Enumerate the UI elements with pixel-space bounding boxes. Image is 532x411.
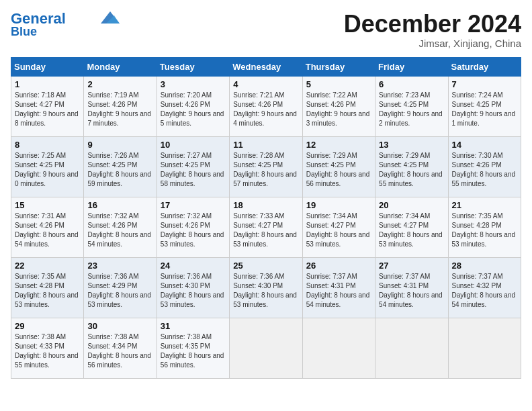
logo-icon: [101, 11, 120, 24]
day-number: 14: [452, 140, 517, 150]
day-number: 9: [87, 140, 152, 150]
day-cell: 6Sunrise: 7:23 AMSunset: 4:25 PMDaylight…: [375, 76, 448, 136]
day-cell: 19Sunrise: 7:34 AMSunset: 4:27 PMDayligh…: [302, 197, 375, 257]
month-title: December 2024: [344, 11, 521, 38]
day-detail: Sunrise: 7:34 AMSunset: 4:27 PMDaylight:…: [306, 212, 370, 248]
weekday-header-friday: Friday: [375, 57, 448, 76]
day-number: 18: [233, 200, 298, 210]
day-number: 27: [379, 261, 444, 271]
day-number: 17: [161, 200, 226, 210]
day-cell: 3Sunrise: 7:20 AMSunset: 4:26 PMDaylight…: [157, 76, 229, 136]
week-row-5: 29Sunrise: 7:38 AMSunset: 4:33 PMDayligh…: [11, 318, 521, 378]
day-detail: Sunrise: 7:35 AMSunset: 4:28 PMDaylight:…: [452, 212, 516, 248]
day-detail: Sunrise: 7:37 AMSunset: 4:31 PMDaylight:…: [306, 273, 370, 308]
day-number: 20: [379, 200, 444, 210]
day-detail: Sunrise: 7:31 AMSunset: 4:26 PMDaylight:…: [15, 212, 79, 248]
day-detail: Sunrise: 7:32 AMSunset: 4:26 PMDaylight:…: [87, 212, 151, 248]
week-row-3: 15Sunrise: 7:31 AMSunset: 4:26 PMDayligh…: [11, 197, 521, 257]
day-detail: Sunrise: 7:23 AMSunset: 4:25 PMDaylight:…: [379, 91, 443, 127]
day-number: 26: [306, 261, 371, 271]
day-number: 25: [233, 261, 298, 271]
week-row-1: 1Sunrise: 7:18 AMSunset: 4:27 PMDaylight…: [11, 76, 521, 136]
day-detail: Sunrise: 7:28 AMSunset: 4:25 PMDaylight:…: [233, 152, 297, 187]
day-number: 16: [87, 200, 152, 210]
day-cell: 9Sunrise: 7:26 AMSunset: 4:25 PMDaylight…: [84, 136, 157, 197]
calendar-body: 1Sunrise: 7:18 AMSunset: 4:27 PMDaylight…: [11, 76, 521, 378]
day-cell: 4Sunrise: 7:21 AMSunset: 4:26 PMDaylight…: [230, 76, 302, 136]
day-number: 28: [452, 261, 517, 271]
logo: General Blue: [11, 11, 120, 39]
day-number: 7: [452, 79, 517, 89]
day-detail: Sunrise: 7:37 AMSunset: 4:32 PMDaylight:…: [452, 273, 516, 308]
weekday-header-row: SundayMondayTuesdayWednesdayThursdayFrid…: [11, 57, 521, 76]
day-cell: 15Sunrise: 7:31 AMSunset: 4:26 PMDayligh…: [11, 197, 84, 257]
day-detail: Sunrise: 7:30 AMSunset: 4:26 PMDaylight:…: [452, 152, 516, 187]
title-section: December 2024 Jimsar, Xinjiang, China: [344, 11, 521, 49]
calendar-table: SundayMondayTuesdayWednesdayThursdayFrid…: [11, 57, 521, 379]
day-number: 21: [452, 200, 517, 210]
weekday-header-thursday: Thursday: [302, 57, 375, 76]
day-number: 1: [15, 79, 80, 89]
day-detail: Sunrise: 7:33 AMSunset: 4:27 PMDaylight:…: [233, 212, 297, 248]
weekday-header-saturday: Saturday: [448, 57, 521, 76]
day-detail: Sunrise: 7:36 AMSunset: 4:30 PMDaylight:…: [233, 273, 297, 308]
day-number: 10: [161, 140, 226, 150]
day-number: 6: [379, 79, 444, 89]
day-cell: 21Sunrise: 7:35 AMSunset: 4:28 PMDayligh…: [448, 197, 521, 257]
day-cell: [375, 318, 448, 378]
day-detail: Sunrise: 7:37 AMSunset: 4:31 PMDaylight:…: [379, 273, 443, 308]
day-number: 31: [161, 321, 226, 331]
day-detail: Sunrise: 7:36 AMSunset: 4:30 PMDaylight:…: [161, 273, 224, 308]
day-cell: 26Sunrise: 7:37 AMSunset: 4:31 PMDayligh…: [302, 257, 375, 318]
day-detail: Sunrise: 7:38 AMSunset: 4:33 PMDaylight:…: [15, 333, 79, 369]
day-number: 12: [306, 140, 371, 150]
day-cell: 14Sunrise: 7:30 AMSunset: 4:26 PMDayligh…: [448, 136, 521, 197]
day-number: 30: [87, 321, 152, 331]
day-number: 19: [306, 200, 371, 210]
day-detail: Sunrise: 7:27 AMSunset: 4:25 PMDaylight:…: [161, 152, 224, 187]
week-row-4: 22Sunrise: 7:35 AMSunset: 4:28 PMDayligh…: [11, 257, 521, 318]
day-cell: 11Sunrise: 7:28 AMSunset: 4:25 PMDayligh…: [230, 136, 302, 197]
day-cell: 23Sunrise: 7:36 AMSunset: 4:29 PMDayligh…: [84, 257, 157, 318]
day-detail: Sunrise: 7:34 AMSunset: 4:27 PMDaylight:…: [379, 212, 443, 248]
page-header: General Blue December 2024 Jimsar, Xinji…: [11, 11, 521, 49]
day-cell: 18Sunrise: 7:33 AMSunset: 4:27 PMDayligh…: [230, 197, 302, 257]
day-cell: 29Sunrise: 7:38 AMSunset: 4:33 PMDayligh…: [11, 318, 84, 378]
day-detail: Sunrise: 7:26 AMSunset: 4:25 PMDaylight:…: [87, 152, 151, 187]
day-cell: 12Sunrise: 7:29 AMSunset: 4:25 PMDayligh…: [302, 136, 375, 197]
day-cell: 8Sunrise: 7:25 AMSunset: 4:25 PMDaylight…: [11, 136, 84, 197]
week-row-2: 8Sunrise: 7:25 AMSunset: 4:25 PMDaylight…: [11, 136, 521, 197]
day-cell: 17Sunrise: 7:32 AMSunset: 4:26 PMDayligh…: [157, 197, 229, 257]
day-detail: Sunrise: 7:29 AMSunset: 4:25 PMDaylight:…: [379, 152, 443, 187]
day-detail: Sunrise: 7:25 AMSunset: 4:25 PMDaylight:…: [15, 152, 79, 187]
day-cell: [302, 318, 375, 378]
day-number: 23: [87, 261, 152, 271]
day-cell: 10Sunrise: 7:27 AMSunset: 4:25 PMDayligh…: [157, 136, 229, 197]
day-cell: 25Sunrise: 7:36 AMSunset: 4:30 PMDayligh…: [230, 257, 302, 318]
day-cell: [230, 318, 302, 378]
day-detail: Sunrise: 7:20 AMSunset: 4:26 PMDaylight:…: [161, 91, 224, 127]
day-detail: Sunrise: 7:36 AMSunset: 4:29 PMDaylight:…: [87, 273, 151, 308]
day-cell: 31Sunrise: 7:38 AMSunset: 4:35 PMDayligh…: [157, 318, 229, 378]
logo-blue: Blue: [11, 26, 37, 39]
weekday-header-wednesday: Wednesday: [230, 57, 302, 76]
day-cell: 13Sunrise: 7:29 AMSunset: 4:25 PMDayligh…: [375, 136, 448, 197]
day-detail: Sunrise: 7:29 AMSunset: 4:25 PMDaylight:…: [306, 152, 370, 187]
day-detail: Sunrise: 7:22 AMSunset: 4:26 PMDaylight:…: [306, 91, 370, 127]
day-detail: Sunrise: 7:24 AMSunset: 4:25 PMDaylight:…: [452, 91, 516, 127]
weekday-header-sunday: Sunday: [11, 57, 84, 76]
weekday-header-monday: Monday: [84, 57, 157, 76]
day-number: 29: [15, 321, 80, 331]
day-number: 24: [161, 261, 226, 271]
day-cell: 5Sunrise: 7:22 AMSunset: 4:26 PMDaylight…: [302, 76, 375, 136]
day-number: 3: [161, 79, 226, 89]
day-number: 15: [15, 200, 80, 210]
day-cell: 7Sunrise: 7:24 AMSunset: 4:25 PMDaylight…: [448, 76, 521, 136]
day-detail: Sunrise: 7:18 AMSunset: 4:27 PMDaylight:…: [15, 91, 79, 127]
day-cell: [448, 318, 521, 378]
day-detail: Sunrise: 7:38 AMSunset: 4:34 PMDaylight:…: [87, 333, 151, 369]
day-cell: 24Sunrise: 7:36 AMSunset: 4:30 PMDayligh…: [157, 257, 229, 318]
day-detail: Sunrise: 7:35 AMSunset: 4:28 PMDaylight:…: [15, 273, 79, 308]
location: Jimsar, Xinjiang, China: [344, 38, 521, 49]
day-cell: 27Sunrise: 7:37 AMSunset: 4:31 PMDayligh…: [375, 257, 448, 318]
